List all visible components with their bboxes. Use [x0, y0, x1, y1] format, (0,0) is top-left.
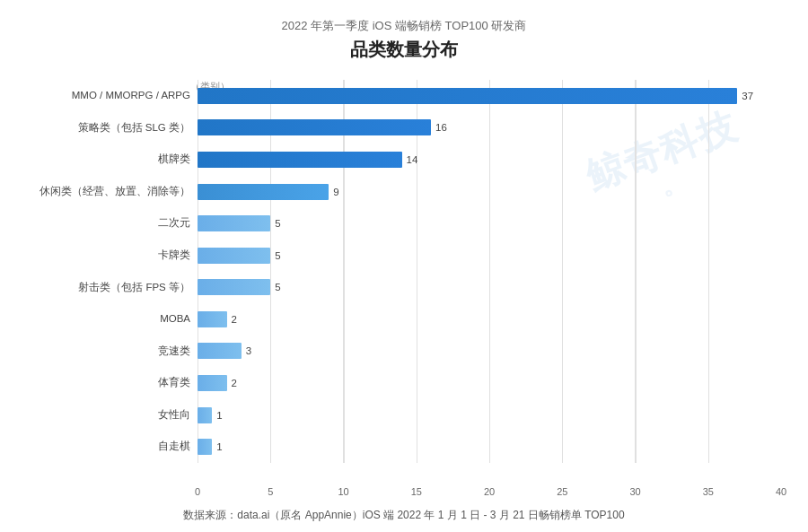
bar-row: 1: [198, 403, 781, 428]
bar: [198, 215, 270, 231]
bar-value-label: 2: [232, 378, 237, 388]
bar-value-label: 14: [407, 154, 418, 165]
y-label: MOBA: [160, 314, 190, 325]
y-label: 卡牌类: [158, 250, 190, 261]
bar: [198, 88, 737, 104]
x-axis: 0510152025303540: [198, 483, 781, 502]
y-labels: 自走棋女性向体育类竞速类MOBA射击类（包括 FPS 等）卡牌类二次元休闲类（经…: [27, 76, 198, 483]
y-label: 二次元: [158, 218, 190, 229]
footer-text: 数据来源：data.ai（原名 AppAnnie）iOS 端 2022 年 1 …: [27, 508, 781, 523]
bar: [198, 439, 212, 455]
y-label: 自走棋: [158, 441, 190, 452]
bar-row: 2: [198, 307, 781, 332]
x-tick: 10: [338, 486, 348, 497]
bar-row: 9: [198, 179, 781, 205]
bar-row: 5: [198, 211, 781, 236]
title: 品类数量分布: [350, 38, 458, 62]
bar-value-label: 5: [275, 250, 280, 261]
x-tick: 40: [776, 486, 786, 497]
bar-value-label: 1: [216, 441, 222, 452]
y-label: 体育类: [158, 378, 190, 388]
bar-value-label: 37: [742, 91, 753, 101]
x-tick: 5: [268, 486, 273, 497]
subtitle: 2022 年第一季度 iOS 端畅销榜 TOP100 研发商: [282, 18, 527, 34]
bar-value-label: 5: [275, 282, 280, 292]
x-tick: 0: [195, 486, 200, 497]
bar-row: 37: [198, 83, 781, 109]
y-label: 休闲类（经营、放置、消除等）: [40, 187, 190, 197]
bar-row: 16: [198, 115, 781, 140]
bar-value-label: 2: [232, 314, 237, 325]
bar: [198, 407, 212, 423]
y-label: 女性向: [158, 410, 190, 421]
x-tick: 20: [484, 486, 495, 497]
bar: [198, 248, 270, 264]
x-tick: 25: [557, 486, 567, 497]
bar-row: 14: [198, 147, 781, 172]
bar-row: 1: [198, 434, 781, 459]
y-label: 棋牌类: [158, 154, 190, 165]
bar: [198, 152, 402, 168]
x-tick: 30: [629, 486, 640, 497]
bar-value-label: 9: [333, 187, 338, 197]
bar-value-label: 16: [435, 122, 447, 133]
bar: [198, 375, 227, 391]
y-label: MMO / MMORPG / ARPG: [72, 91, 190, 101]
bar-value-label: 1: [216, 410, 222, 421]
bar-value-label: 3: [246, 345, 251, 356]
bar-row: 5: [198, 275, 781, 300]
x-tick: 35: [703, 486, 714, 497]
bar: [198, 184, 329, 200]
chart-area: 鲸奇科技 。 （类别） 自走棋女性向体育类竞速类MOBA射击类（包括 FPS 等…: [27, 76, 781, 502]
bar: [198, 279, 270, 295]
bar: [198, 343, 242, 359]
y-label: 竞速类: [158, 346, 190, 357]
bar-row: 3: [198, 338, 781, 363]
bar: [198, 119, 431, 135]
x-tick: 15: [411, 486, 422, 497]
bar-row: 2: [198, 371, 781, 396]
bars-area: 112325559141637: [198, 76, 781, 483]
bar-value-label: 5: [275, 218, 280, 229]
y-label: 射击类（包括 FPS 等）: [78, 283, 190, 293]
y-label: 策略类（包括 SLG 类）: [78, 123, 190, 134]
bar-row: 5: [198, 243, 781, 268]
bar: [198, 311, 227, 327]
